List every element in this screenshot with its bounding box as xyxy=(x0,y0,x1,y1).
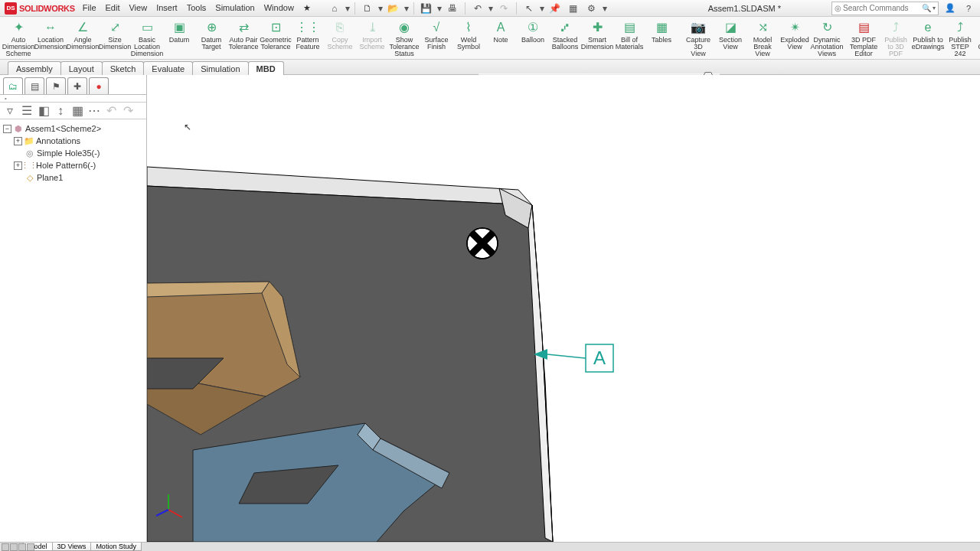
tables-button[interactable]: ▦Tables xyxy=(646,18,677,59)
new-icon[interactable]: 🗋 xyxy=(359,2,376,15)
property-manager-tab-icon[interactable]: ▤ xyxy=(24,77,44,94)
menu-file[interactable]: File xyxy=(83,3,96,13)
tree-label: Simple Hole35(-) xyxy=(37,148,100,158)
search-commands[interactable]: ◎ 🔍 ▾ xyxy=(831,2,939,15)
open-icon[interactable]: 📂 xyxy=(385,2,402,15)
tree-sort-icon[interactable]: ↕ xyxy=(54,104,67,118)
3dpdf-template-button[interactable]: ▤3D PDF Template Editor xyxy=(848,18,879,59)
search-icon[interactable]: 🔍 xyxy=(922,4,931,12)
tree-undo-icon[interactable]: ↶ xyxy=(104,104,118,118)
config-manager-tab-icon[interactable]: ⚑ xyxy=(46,77,66,94)
tree-label: Hole Pattern6(-) xyxy=(36,161,96,170)
graphics-viewport[interactable]: A ↖ xyxy=(147,75,980,542)
weld-symbol-button[interactable]: ⌇Weld Symbol xyxy=(453,18,484,59)
menu-tools[interactable]: Tools xyxy=(187,3,207,13)
pub-icon: ⤴ xyxy=(887,20,905,35)
datum-target-button[interactable]: ⊕Datum Target xyxy=(196,18,227,59)
tree-redo-icon[interactable]: ↷ xyxy=(121,104,135,118)
user-icon[interactable]: 👤 xyxy=(943,2,957,15)
tree-root[interactable]: − ⬢ Assem1<Scheme2> xyxy=(2,122,145,135)
surface-finish-button[interactable]: √Surface Finish xyxy=(421,18,452,59)
bottom-tab-3dviews[interactable]: 3D Views xyxy=(52,543,92,551)
section-view-button[interactable]: ◪Section View xyxy=(715,18,746,59)
note-button[interactable]: ANote xyxy=(485,18,516,59)
tab-simulation[interactable]: Simulation xyxy=(192,61,248,75)
tab-sketch[interactable]: Sketch xyxy=(102,61,145,75)
expand-icon[interactable]: + xyxy=(14,137,22,145)
bottom-tabstrip: Model 3D Views Motion Study xyxy=(0,542,980,551)
bom-button[interactable]: ▤Bill of Materials xyxy=(614,18,645,59)
save-icon[interactable]: 💾 xyxy=(418,2,435,15)
menu-insert[interactable]: Insert xyxy=(156,3,178,13)
gtol-icon: ⊡ xyxy=(266,20,285,35)
menu-edit[interactable]: Edit xyxy=(106,3,120,13)
pattern-feature-button[interactable]: ⋮⋮Pattern Feature xyxy=(292,18,323,59)
show-tolerance-status-button[interactable]: ◉Show Tolerance Status xyxy=(389,18,420,59)
exploded-view-button[interactable]: ✴Exploded View xyxy=(779,18,810,59)
model-break-view-button[interactable]: ⤭Model Break View xyxy=(747,18,778,59)
tree-view-icon[interactable]: ▦ xyxy=(70,104,84,118)
pattern-icon: ⋮⋮ xyxy=(299,20,317,35)
logo-icon: DS xyxy=(5,2,17,15)
publish-edrawings-button[interactable]: ePublish to eDrawings xyxy=(913,18,943,59)
options-icon[interactable]: ⚙ xyxy=(583,2,600,15)
search-dropdown-icon[interactable]: ▾ xyxy=(933,5,936,11)
tree-hole-pattern[interactable]: + ⋮⋮ Hole Pattern6(-) xyxy=(2,159,145,171)
print-icon[interactable]: 🖶 xyxy=(444,2,461,15)
dim-icon: ⤢ xyxy=(106,20,124,35)
basic-location-dimension-button[interactable]: ▭Basic Location Dimension xyxy=(132,18,162,59)
3dpmi-compare-button[interactable]: ⇆3D PMI Compare xyxy=(977,18,980,59)
pdf-icon: ▤ xyxy=(854,20,873,35)
menu-star-icon[interactable]: ★ xyxy=(303,3,311,13)
menu-view[interactable]: View xyxy=(129,3,147,13)
balloon-icon: ① xyxy=(524,20,542,35)
status-icon: ◉ xyxy=(395,20,413,35)
file-menus: File Edit View Insert Tools Simulation W… xyxy=(83,3,311,13)
auto-dimension-scheme-button[interactable]: ✦Auto Dimension Scheme xyxy=(3,18,34,59)
datum-button[interactable]: ▣Datum xyxy=(164,18,194,59)
tab-layout[interactable]: Layout xyxy=(60,61,103,75)
tab-assembly[interactable]: Assembly xyxy=(8,61,61,75)
tree-more-icon[interactable]: ⋯ xyxy=(87,104,101,118)
tree-expand-icon[interactable]: ☰ xyxy=(20,104,34,118)
quick-access-toolbar: ⌂▾ 🗋▾ 📂▾ 💾▾ 🖶 ↶▾ ↷ ↖▾ 📌 ▦ ⚙▾ xyxy=(326,2,608,15)
tab-evaluate[interactable]: Evaluate xyxy=(143,61,193,75)
select-icon[interactable]: ↖ xyxy=(521,2,537,15)
angle-dimension-button[interactable]: ∠Angle Dimension xyxy=(67,18,98,59)
panel-splitter[interactable]: • xyxy=(0,95,146,103)
size-dimension-button[interactable]: ⤢Size Dimension xyxy=(100,18,130,59)
smart-dimension-button[interactable]: ✚Smart Dimension xyxy=(582,18,612,59)
tree-annotations[interactable]: + 📁 Annotations xyxy=(2,135,145,147)
collapse-icon[interactable]: − xyxy=(3,125,11,133)
bottom-tab-motion[interactable]: Motion Study xyxy=(90,543,142,551)
display-manager-tab-icon[interactable]: ● xyxy=(89,77,109,94)
help-icon[interactable]: ? xyxy=(962,2,975,15)
tree-display-icon[interactable]: ◧ xyxy=(37,104,51,118)
table-icon: ▦ xyxy=(652,20,671,35)
dynamic-annotation-button[interactable]: ↻Dynamic Annotation Views xyxy=(812,18,842,59)
auto-pair-tolerance-button[interactable]: ⇄Auto Pair Tolerance xyxy=(228,18,259,59)
menu-window[interactable]: Window xyxy=(264,3,294,13)
tree-plane[interactable]: ◇ Plane1 xyxy=(2,171,145,184)
capture-3d-view-button[interactable]: 📷Capture 3D View xyxy=(683,18,714,59)
location-dimension-button[interactable]: ↔Location Dimension xyxy=(35,18,66,59)
tree-simple-hole[interactable]: ◎ Simple Hole35(-) xyxy=(2,147,145,159)
stacked-balloons-button[interactable]: ⑇Stacked Balloons xyxy=(550,18,580,59)
menu-simulation[interactable]: Simulation xyxy=(215,3,254,13)
filter-icon[interactable]: ▿ xyxy=(3,104,17,118)
svg-line-18 xyxy=(547,354,586,358)
tab-mbd[interactable]: MBD xyxy=(248,61,284,75)
undo-icon[interactable]: ↶ xyxy=(469,2,486,15)
rebuild-icon[interactable]: ▦ xyxy=(565,2,582,15)
dimxpert-tab-icon[interactable]: ✚ xyxy=(67,77,87,94)
feature-manager-panel: 🗂 ▤ ⚑ ✚ ● • ▿ ☰ ◧ ↕ ▦ ⋯ ↶ ↷ − ⬢ Assem1<S… xyxy=(0,75,147,542)
redo-icon[interactable]: ↷ xyxy=(495,2,512,15)
balloon-button[interactable]: ①Balloon xyxy=(518,18,548,59)
search-input[interactable] xyxy=(843,4,922,12)
feature-tree-tab-icon[interactable]: 🗂 xyxy=(3,77,23,94)
home-icon[interactable]: ⌂ xyxy=(326,2,343,15)
pin-icon[interactable]: 📌 xyxy=(547,2,564,15)
tab-nav-buttons[interactable] xyxy=(2,543,34,551)
geometric-tolerance-button[interactable]: ⊡Geometric Tolerance xyxy=(260,18,291,59)
publish-step-button[interactable]: ⤴Publish STEP 242 xyxy=(945,18,975,59)
